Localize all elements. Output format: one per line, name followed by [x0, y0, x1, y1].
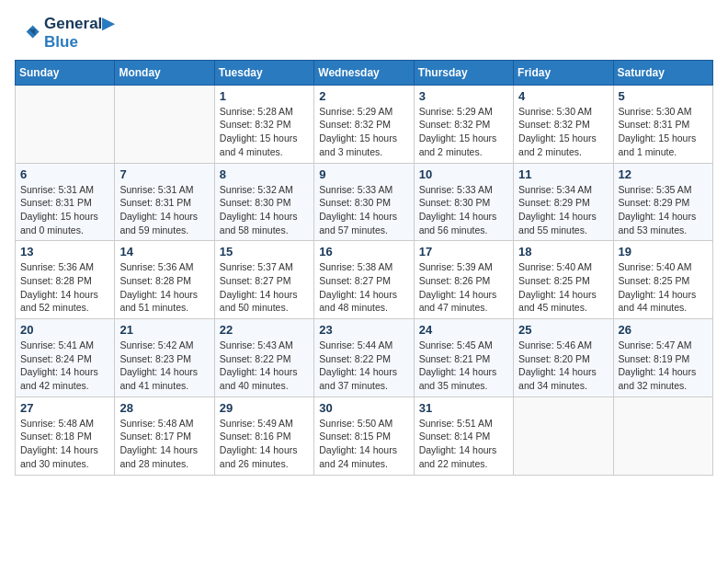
day-info: Sunrise: 5:47 AM Sunset: 8:19 PM Dayligh…	[619, 339, 708, 393]
day-number: 22	[220, 323, 309, 337]
day-number: 2	[319, 89, 408, 103]
day-number: 27	[20, 401, 109, 415]
calendar-cell: 7Sunrise: 5:31 AM Sunset: 8:31 PM Daylig…	[115, 163, 214, 241]
day-info: Sunrise: 5:30 AM Sunset: 8:32 PM Dayligh…	[518, 105, 608, 159]
day-number: 6	[20, 167, 109, 181]
calendar-cell	[514, 396, 613, 475]
calendar-cell	[16, 85, 115, 163]
day-info: Sunrise: 5:31 AM Sunset: 8:31 PM Dayligh…	[119, 183, 209, 237]
day-info: Sunrise: 5:29 AM Sunset: 8:32 PM Dayligh…	[419, 105, 508, 159]
day-number: 24	[419, 323, 508, 337]
calendar-cell: 18Sunrise: 5:40 AM Sunset: 8:25 PM Dayli…	[514, 241, 613, 319]
calendar-cell: 15Sunrise: 5:37 AM Sunset: 8:27 PM Dayli…	[214, 241, 313, 319]
logo: General▶ Blue	[15, 15, 114, 52]
day-info: Sunrise: 5:46 AM Sunset: 8:20 PM Dayligh…	[518, 339, 608, 393]
day-info: Sunrise: 5:50 AM Sunset: 8:15 PM Dayligh…	[319, 417, 408, 471]
calendar-cell: 31Sunrise: 5:51 AM Sunset: 8:14 PM Dayli…	[414, 396, 513, 475]
calendar-cell: 13Sunrise: 5:36 AM Sunset: 8:28 PM Dayli…	[16, 241, 115, 319]
calendar-cell: 26Sunrise: 5:47 AM Sunset: 8:19 PM Dayli…	[613, 319, 712, 397]
logo-text: General▶ Blue	[44, 15, 114, 52]
calendar-cell: 3Sunrise: 5:29 AM Sunset: 8:32 PM Daylig…	[414, 85, 513, 163]
calendar-week-row: 27Sunrise: 5:48 AM Sunset: 8:18 PM Dayli…	[16, 396, 713, 475]
calendar-week-row: 6Sunrise: 5:31 AM Sunset: 8:31 PM Daylig…	[16, 163, 713, 241]
day-number: 29	[220, 401, 309, 415]
day-number: 5	[619, 89, 708, 103]
calendar-cell	[115, 85, 214, 163]
day-number: 31	[419, 401, 508, 415]
weekday-header: Saturday	[613, 60, 712, 85]
day-number: 21	[119, 323, 209, 337]
calendar-cell: 25Sunrise: 5:46 AM Sunset: 8:20 PM Dayli…	[514, 319, 613, 397]
day-number: 16	[319, 245, 408, 259]
calendar-cell: 4Sunrise: 5:30 AM Sunset: 8:32 PM Daylig…	[514, 85, 613, 163]
calendar-cell: 14Sunrise: 5:36 AM Sunset: 8:28 PM Dayli…	[115, 241, 214, 319]
calendar-week-row: 1Sunrise: 5:28 AM Sunset: 8:32 PM Daylig…	[16, 85, 713, 163]
calendar-cell: 19Sunrise: 5:40 AM Sunset: 8:25 PM Dayli…	[613, 241, 712, 319]
calendar-cell: 2Sunrise: 5:29 AM Sunset: 8:32 PM Daylig…	[314, 85, 414, 163]
day-info: Sunrise: 5:35 AM Sunset: 8:29 PM Dayligh…	[619, 183, 708, 237]
calendar-cell: 1Sunrise: 5:28 AM Sunset: 8:32 PM Daylig…	[214, 85, 313, 163]
day-info: Sunrise: 5:43 AM Sunset: 8:22 PM Dayligh…	[220, 339, 309, 393]
day-info: Sunrise: 5:29 AM Sunset: 8:32 PM Dayligh…	[319, 105, 408, 159]
calendar-cell: 5Sunrise: 5:30 AM Sunset: 8:31 PM Daylig…	[613, 85, 712, 163]
calendar-cell: 28Sunrise: 5:48 AM Sunset: 8:17 PM Dayli…	[115, 396, 214, 475]
calendar-week-row: 13Sunrise: 5:36 AM Sunset: 8:28 PM Dayli…	[16, 241, 713, 319]
weekday-header: Tuesday	[214, 60, 313, 85]
weekday-header: Friday	[514, 60, 613, 85]
day-info: Sunrise: 5:28 AM Sunset: 8:32 PM Dayligh…	[220, 105, 309, 159]
day-number: 7	[119, 167, 209, 181]
day-number: 18	[518, 245, 608, 259]
calendar-cell: 10Sunrise: 5:33 AM Sunset: 8:30 PM Dayli…	[414, 163, 513, 241]
day-info: Sunrise: 5:31 AM Sunset: 8:31 PM Dayligh…	[20, 183, 109, 237]
calendar-header-row: SundayMondayTuesdayWednesdayThursdayFrid…	[16, 60, 713, 85]
day-info: Sunrise: 5:45 AM Sunset: 8:21 PM Dayligh…	[419, 339, 508, 393]
day-info: Sunrise: 5:32 AM Sunset: 8:30 PM Dayligh…	[220, 183, 309, 237]
day-info: Sunrise: 5:33 AM Sunset: 8:30 PM Dayligh…	[419, 183, 508, 237]
calendar-cell: 30Sunrise: 5:50 AM Sunset: 8:15 PM Dayli…	[314, 396, 414, 475]
day-info: Sunrise: 5:38 AM Sunset: 8:27 PM Dayligh…	[319, 260, 408, 315]
calendar-cell: 11Sunrise: 5:34 AM Sunset: 8:29 PM Dayli…	[514, 163, 613, 241]
day-number: 17	[419, 245, 508, 259]
day-info: Sunrise: 5:33 AM Sunset: 8:30 PM Dayligh…	[319, 183, 408, 237]
calendar-cell: 17Sunrise: 5:39 AM Sunset: 8:26 PM Dayli…	[414, 241, 513, 319]
weekday-header: Sunday	[16, 60, 115, 85]
day-info: Sunrise: 5:37 AM Sunset: 8:27 PM Dayligh…	[220, 260, 309, 315]
calendar-cell: 29Sunrise: 5:49 AM Sunset: 8:16 PM Dayli…	[214, 396, 313, 475]
day-number: 20	[20, 323, 109, 337]
day-info: Sunrise: 5:36 AM Sunset: 8:28 PM Dayligh…	[119, 260, 209, 315]
calendar-cell: 27Sunrise: 5:48 AM Sunset: 8:18 PM Dayli…	[16, 396, 115, 475]
day-info: Sunrise: 5:41 AM Sunset: 8:24 PM Dayligh…	[20, 339, 109, 393]
day-number: 11	[518, 167, 608, 181]
day-number: 26	[619, 323, 708, 337]
calendar-cell: 8Sunrise: 5:32 AM Sunset: 8:30 PM Daylig…	[214, 163, 313, 241]
day-info: Sunrise: 5:49 AM Sunset: 8:16 PM Dayligh…	[220, 417, 309, 471]
calendar-week-row: 20Sunrise: 5:41 AM Sunset: 8:24 PM Dayli…	[16, 319, 713, 397]
day-info: Sunrise: 5:48 AM Sunset: 8:17 PM Dayligh…	[119, 417, 209, 471]
day-number: 8	[220, 167, 309, 181]
day-number: 9	[319, 167, 408, 181]
calendar-cell: 9Sunrise: 5:33 AM Sunset: 8:30 PM Daylig…	[314, 163, 414, 241]
calendar-cell: 12Sunrise: 5:35 AM Sunset: 8:29 PM Dayli…	[613, 163, 712, 241]
calendar-cell: 20Sunrise: 5:41 AM Sunset: 8:24 PM Dayli…	[16, 319, 115, 397]
day-number: 19	[619, 245, 708, 259]
calendar-cell	[613, 396, 712, 475]
day-info: Sunrise: 5:34 AM Sunset: 8:29 PM Dayligh…	[518, 183, 608, 237]
day-info: Sunrise: 5:40 AM Sunset: 8:25 PM Dayligh…	[619, 260, 708, 315]
day-number: 23	[319, 323, 408, 337]
day-number: 12	[619, 167, 708, 181]
calendar-table: SundayMondayTuesdayWednesdayThursdayFrid…	[15, 60, 713, 476]
day-number: 25	[518, 323, 608, 337]
logo-icon	[15, 20, 40, 46]
weekday-header: Wednesday	[314, 60, 414, 85]
weekday-header: Thursday	[414, 60, 513, 85]
day-number: 4	[518, 89, 608, 103]
day-info: Sunrise: 5:44 AM Sunset: 8:22 PM Dayligh…	[319, 339, 408, 393]
calendar-cell: 6Sunrise: 5:31 AM Sunset: 8:31 PM Daylig…	[16, 163, 115, 241]
day-number: 1	[220, 89, 309, 103]
day-number: 28	[119, 401, 209, 415]
day-info: Sunrise: 5:39 AM Sunset: 8:26 PM Dayligh…	[419, 260, 508, 315]
page-header: General▶ Blue	[15, 15, 713, 52]
day-info: Sunrise: 5:48 AM Sunset: 8:18 PM Dayligh…	[20, 417, 109, 471]
day-info: Sunrise: 5:36 AM Sunset: 8:28 PM Dayligh…	[20, 260, 109, 315]
day-number: 15	[220, 245, 309, 259]
